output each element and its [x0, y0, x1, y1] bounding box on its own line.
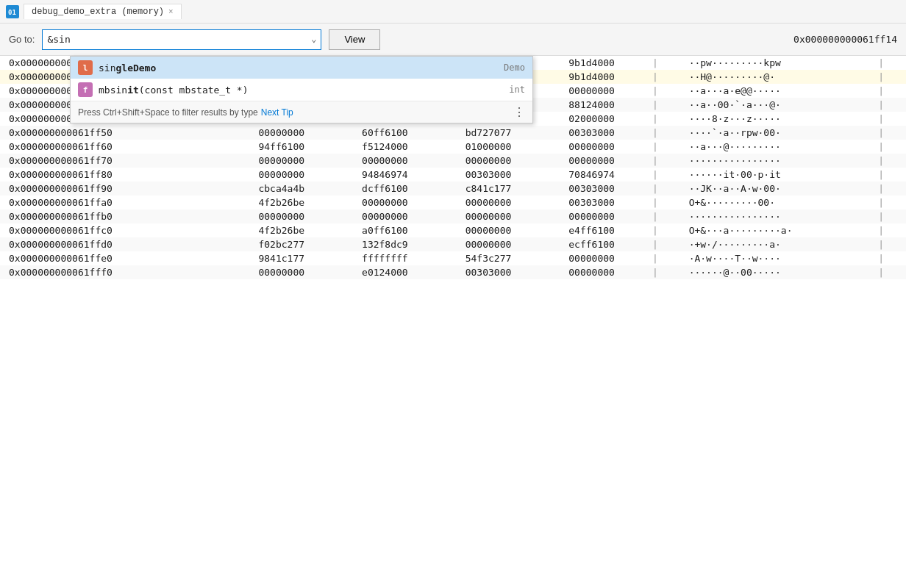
hex-col-2: 00000000 — [333, 196, 437, 209]
autocomplete-item-0[interactable]: l singleDemo Demo — [71, 57, 532, 79]
memory-address: 0x000000000061ff90 — [0, 182, 229, 196]
memory-address: 0x000000000061ff60 — [0, 140, 229, 154]
goto-input-wrapper[interactable]: ⌄ — [42, 29, 321, 50]
separator: | — [643, 209, 680, 223]
table-row[interactable]: 0x000000000061ff70 00000000 00000000 000… — [0, 154, 906, 168]
hex-col-1: 00000000 — [229, 154, 333, 168]
separator: | — [643, 223, 680, 237]
separator-end: | — [869, 265, 906, 279]
more-options-icon[interactable]: ⋮ — [513, 105, 525, 119]
ascii-col: ················ — [680, 154, 870, 168]
hex-col-2: 94846974 — [333, 168, 437, 182]
separator-end: | — [869, 98, 906, 112]
memory-address: 0x000000000061ffe0 — [0, 251, 229, 265]
hex-col-1: 00000000 — [229, 168, 333, 182]
autocomplete-dropdown: l singleDemo Demo f mbsinit(const mbstat… — [70, 56, 533, 123]
memory-address: 0x000000000061fff0 — [0, 265, 229, 279]
separator: | — [643, 56, 680, 70]
hex-col-1: 9841c177 — [229, 251, 333, 265]
table-row[interactable]: 0x000000000061ffc0 4f2b26be a0ff6100 000… — [0, 223, 906, 237]
table-row[interactable]: 0x000000000061ff60 94ff6100 f5124000 010… — [0, 140, 906, 154]
hex-col-2: 00000000 — [333, 154, 437, 168]
autocomplete-hint: Press Ctrl+Shift+Space to filter results… — [71, 101, 532, 123]
table-row[interactable]: 0x000000000061ffe0 9841c177 ffffffff 54f… — [0, 251, 906, 265]
hex-col-1: 00000000 — [229, 126, 333, 140]
autocomplete-text-0: singleDemo — [99, 62, 504, 74]
separator-end: | — [869, 140, 906, 154]
memory-address: 0x000000000061ffa0 — [0, 196, 229, 209]
table-row[interactable]: 0x000000000061ff80 00000000 94846974 003… — [0, 168, 906, 182]
ascii-col: ··H@·········@· — [680, 70, 870, 84]
hex-col-3: 00000000 — [437, 154, 541, 168]
hex-col-4: 70846974 — [540, 168, 643, 182]
separator: | — [643, 251, 680, 265]
separator: | — [643, 182, 680, 196]
hint-text: Press Ctrl+Shift+Space to filter results… — [78, 107, 258, 118]
memory-address: 0x000000000061ff70 — [0, 154, 229, 168]
view-button[interactable]: View — [329, 29, 380, 50]
memory-address: 0x000000000061ff50 — [0, 126, 229, 140]
autocomplete-text-1: mbsinit(const mbstate_t *) — [99, 85, 509, 96]
table-row[interactable]: 0x000000000061ffa0 4f2b26be 00000000 000… — [0, 196, 906, 209]
separator: | — [643, 168, 680, 182]
tab-close-button[interactable]: × — [168, 7, 174, 16]
ascii-col: ······@··00····· — [680, 265, 870, 279]
separator-end: | — [869, 209, 906, 223]
ascii-col: ················ — [680, 209, 870, 223]
autocomplete-match-prefix-1: mbsin — [99, 85, 127, 96]
table-row[interactable]: 0x000000000061ff90 cbca4a4b dcff6100 c84… — [0, 182, 906, 196]
table-row[interactable]: 0x000000000061fff0 00000000 e0124000 003… — [0, 265, 906, 279]
window-tab[interactable]: debug_demo_extra (memory) × — [24, 4, 182, 19]
hex-col-3: 00000000 — [437, 209, 541, 223]
hex-col-3: 00000000 — [437, 237, 541, 251]
memory-address: 0x000000000061ffd0 — [0, 237, 229, 251]
separator-end: | — [869, 126, 906, 140]
separator: | — [643, 237, 680, 251]
goto-dropdown-arrow-icon[interactable]: ⌄ — [308, 34, 316, 45]
separator-end: | — [869, 223, 906, 237]
hex-col-3: 00000000 — [437, 223, 541, 237]
table-row[interactable]: 0x000000000061ffd0 f02bc277 132f8dc9 000… — [0, 237, 906, 251]
hex-col-4: 00000000 — [540, 84, 643, 98]
ascii-col: O+&···a·········a· — [680, 223, 870, 237]
hex-col-2: f5124000 — [333, 140, 437, 154]
hex-col-4: 00303000 — [540, 196, 643, 209]
hex-col-2: 132f8dc9 — [333, 237, 437, 251]
table-row[interactable]: 0x000000000061ff50 00000000 60ff6100 bd7… — [0, 126, 906, 140]
autocomplete-match-suffix-1: (const mbstate_t *) — [139, 85, 249, 96]
separator-end: | — [869, 112, 906, 126]
separator-end: | — [869, 154, 906, 168]
separator: | — [643, 84, 680, 98]
hex-col-3: 01000000 — [437, 140, 541, 154]
memory-view: 0x000000000061ff00 c5f54b4b 6a000000 670… — [0, 56, 906, 588]
hex-col-3: bd727077 — [437, 126, 541, 140]
hex-col-1: f02bc277 — [229, 237, 333, 251]
hex-col-3: 00303000 — [437, 265, 541, 279]
goto-bar: Go to: ⌄ View 0x000000000061ff14 l singl… — [0, 24, 906, 56]
tab-label: debug_demo_extra (memory) — [32, 7, 164, 17]
hex-col-4: 00000000 — [540, 251, 643, 265]
separator: | — [643, 70, 680, 84]
hex-col-3: 54f3c277 — [437, 251, 541, 265]
hex-col-4: 9b1d4000 — [540, 56, 643, 70]
hex-col-2: e0124000 — [333, 265, 437, 279]
separator: | — [643, 98, 680, 112]
goto-input[interactable] — [47, 34, 308, 45]
hex-col-1: 00000000 — [229, 265, 333, 279]
hex-col-4: 00000000 — [540, 209, 643, 223]
autocomplete-item-1[interactable]: f mbsinit(const mbstate_t *) int — [71, 79, 532, 101]
memory-address: 0x000000000061ff80 — [0, 168, 229, 182]
table-row[interactable]: 0x000000000061ffb0 00000000 00000000 000… — [0, 209, 906, 223]
autocomplete-highlight-1: it — [127, 85, 139, 96]
ascii-col: ··JK··a··A·w·00· — [680, 182, 870, 196]
hex-col-3: 00000000 — [437, 196, 541, 209]
next-tip-button[interactable]: Next Tip — [261, 107, 293, 118]
autocomplete-type-1: int — [509, 85, 525, 95]
separator: | — [643, 196, 680, 209]
hex-col-2: 60ff6100 — [333, 126, 437, 140]
separator-end: | — [869, 70, 906, 84]
autocomplete-highlight-0: gleDemo — [115, 62, 156, 74]
hex-col-4: 00000000 — [540, 265, 643, 279]
ascii-col: ··a···@········· — [680, 140, 870, 154]
hex-col-4: 00000000 — [540, 154, 643, 168]
